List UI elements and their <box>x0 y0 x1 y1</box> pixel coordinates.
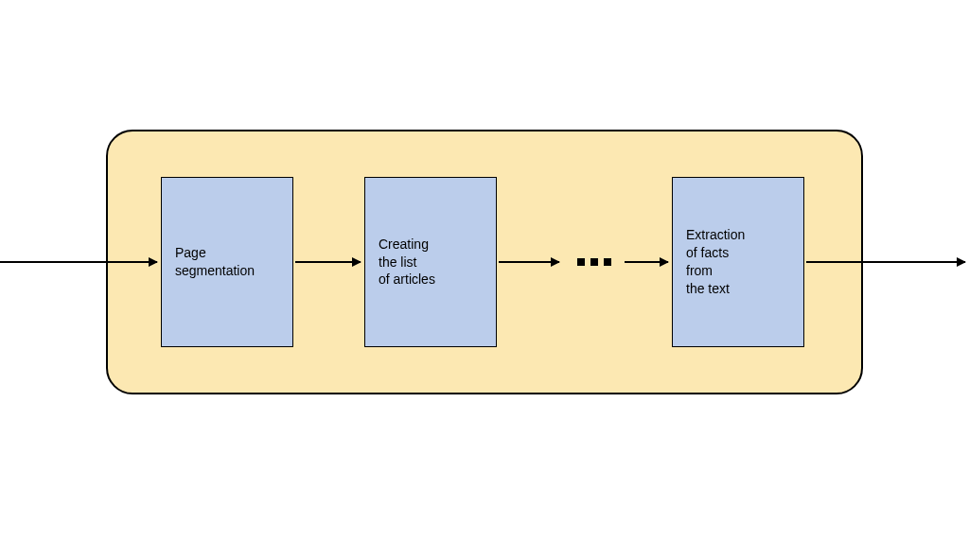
arrow-ellipsis-to-3 <box>625 261 668 263</box>
arrow-1-to-2 <box>295 261 361 263</box>
stage-label: Extractionof factsfromthe text <box>673 226 754 298</box>
arrow-2-to-ellipsis <box>499 261 559 263</box>
stage-label: Pagesegmentation <box>162 244 264 280</box>
pipeline-diagram: Pagesegmentation Creatingthe listof arti… <box>0 0 969 560</box>
stage-extraction-facts: Extractionof factsfromthe text <box>672 177 804 347</box>
ellipsis-icon <box>577 258 611 268</box>
stage-label: Creatingthe listof articles <box>365 236 445 289</box>
stage-creating-list: Creatingthe listof articles <box>364 177 497 347</box>
stage-page-segmentation: Pagesegmentation <box>161 177 293 347</box>
arrow-input <box>0 261 157 263</box>
arrow-output <box>806 261 965 263</box>
